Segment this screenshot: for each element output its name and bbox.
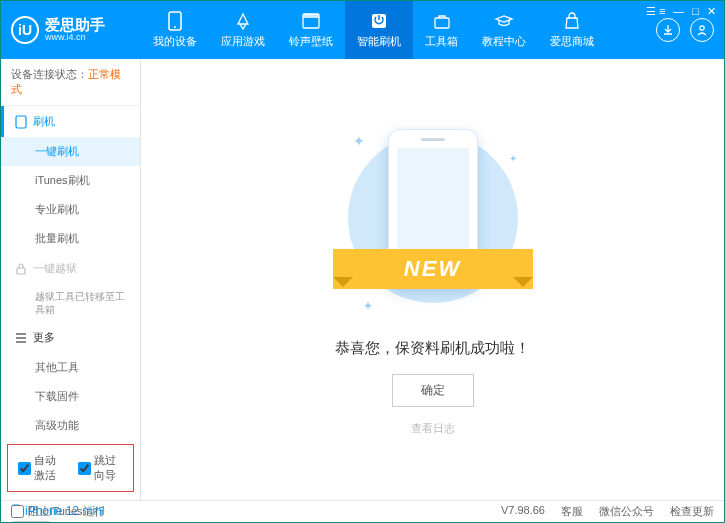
checkbox-auto-activate[interactable]: 自动激活 xyxy=(18,453,64,483)
logo: iU 爱思助手 www.i4.cn xyxy=(11,16,141,44)
svg-point-1 xyxy=(174,26,176,28)
support-link[interactable]: 客服 xyxy=(561,504,583,519)
tab-my-device[interactable]: 我的设备 xyxy=(141,1,209,59)
sidebar-item-download-fw[interactable]: 下载固件 xyxy=(1,382,140,411)
success-illustration: ✦ ✦ ✦ NEW xyxy=(343,123,523,323)
nav-tabs: 我的设备 应用游戏 铃声壁纸 智能刷机 工具箱 教程中心 爱思商城 xyxy=(141,1,656,59)
maximize-icon[interactable]: □ xyxy=(692,5,699,18)
phone-icon xyxy=(15,115,27,129)
svg-rect-3 xyxy=(303,14,319,18)
sidebar-item-itunes-flash[interactable]: iTunes刷机 xyxy=(1,166,140,195)
close-icon[interactable]: ✕ xyxy=(707,5,716,18)
check-update-link[interactable]: 检查更新 xyxy=(670,504,714,519)
tab-store[interactable]: 爱思商城 xyxy=(538,1,606,59)
checkbox-skip-wizard[interactable]: 跳过向导 xyxy=(78,453,124,483)
sidebar-item-batch-flash[interactable]: 批量刷机 xyxy=(1,224,140,253)
svg-rect-7 xyxy=(16,116,26,128)
svg-rect-8 xyxy=(17,268,25,274)
version-label: V7.98.66 xyxy=(501,504,545,519)
wallpaper-icon xyxy=(301,11,321,31)
minimize-icon[interactable]: — xyxy=(673,5,684,18)
store-icon xyxy=(562,11,582,31)
toolbox-icon xyxy=(432,11,452,31)
jailbreak-note: 越狱工具已转移至工具箱 xyxy=(1,284,140,322)
main-content: ✦ ✦ ✦ NEW 恭喜您，保资料刷机成功啦！ 确定 查看日志 xyxy=(141,59,724,500)
tab-apps[interactable]: 应用游戏 xyxy=(209,1,277,59)
sidebar: 设备连接状态：正常模式 刷机 一键刷机 iTunes刷机 专业刷机 批量刷机 一… xyxy=(1,59,141,500)
tab-toolbox[interactable]: 工具箱 xyxy=(413,1,470,59)
new-badge: NEW xyxy=(333,249,533,289)
view-log-link[interactable]: 查看日志 xyxy=(411,421,455,436)
device-status: 设备连接状态：正常模式 xyxy=(1,59,140,106)
ok-button[interactable]: 确定 xyxy=(392,374,474,407)
window-controls: ☰ ≡ — □ ✕ xyxy=(646,5,716,18)
sidebar-item-other-tools[interactable]: 其他工具 xyxy=(1,353,140,382)
title-bar: ☰ ≡ — □ ✕ iU 爱思助手 www.i4.cn 我的设备 应用游戏 铃声… xyxy=(1,1,724,59)
phone-icon xyxy=(165,11,185,31)
user-button[interactable] xyxy=(690,18,714,42)
sidebar-item-pro-flash[interactable]: 专业刷机 xyxy=(1,195,140,224)
sidebar-item-one-click-flash[interactable]: 一键刷机 xyxy=(1,137,140,166)
activation-options: 自动激活 跳过向导 xyxy=(7,444,134,492)
app-url: www.i4.cn xyxy=(45,33,105,43)
sidebar-head-more[interactable]: 更多 xyxy=(1,322,140,353)
success-message: 恭喜您，保资料刷机成功啦！ xyxy=(335,339,530,358)
tab-ringtone[interactable]: 铃声壁纸 xyxy=(277,1,345,59)
tab-tutorial[interactable]: 教程中心 xyxy=(470,1,538,59)
flash-icon xyxy=(369,11,389,31)
apps-icon xyxy=(233,11,253,31)
wechat-link[interactable]: 微信公众号 xyxy=(599,504,654,519)
sidebar-item-advanced[interactable]: 高级功能 xyxy=(1,411,140,440)
menu-icon xyxy=(15,333,27,343)
download-button[interactable] xyxy=(656,18,680,42)
checkbox-block-itunes[interactable]: 阻止iTunes运行 xyxy=(11,504,105,519)
sidebar-head-jailbreak[interactable]: 一键越狱 xyxy=(1,253,140,284)
tab-flash[interactable]: 智能刷机 xyxy=(345,1,413,59)
logo-icon: iU xyxy=(11,16,39,44)
settings-icon[interactable]: ☰ ≡ xyxy=(646,5,665,18)
lock-icon xyxy=(15,263,27,275)
svg-rect-5 xyxy=(435,18,449,28)
app-title: 爱思助手 xyxy=(45,17,105,34)
tutorial-icon xyxy=(494,11,514,31)
svg-point-6 xyxy=(700,26,704,30)
sidebar-head-flash[interactable]: 刷机 xyxy=(1,106,140,137)
